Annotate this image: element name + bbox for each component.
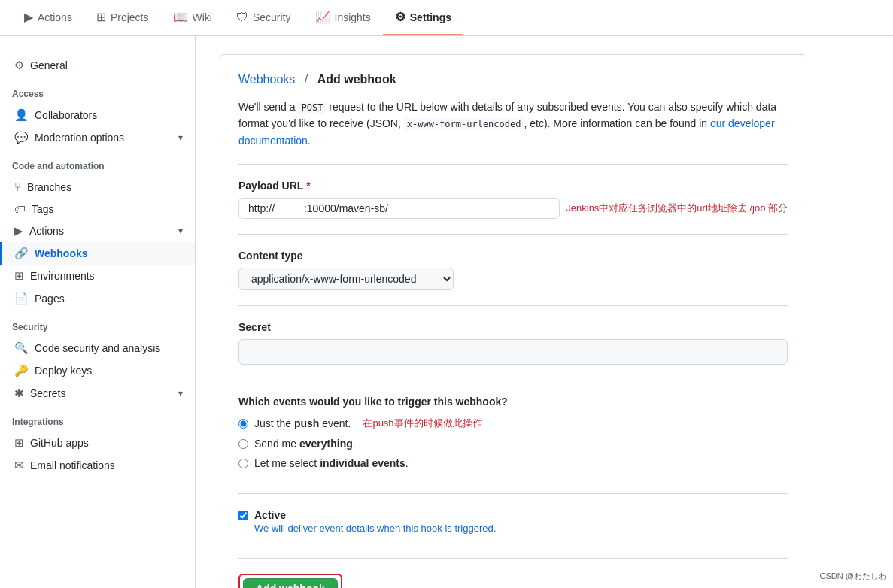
active-sublabel: We will deliver event details when this …: [254, 523, 496, 534]
insights-icon: 📈: [315, 10, 330, 24]
nav-tab-wiki[interactable]: 📖 Wiki: [161, 0, 224, 35]
wiki-icon: 📖: [173, 10, 188, 24]
add-webhook-button[interactable]: Add webhook: [243, 578, 338, 588]
sidebar-item-moderation[interactable]: 💬 Moderation options ▾: [0, 126, 195, 149]
sidebar-item-actions[interactable]: ▶ Actions ▾: [0, 220, 195, 242]
sidebar-section-access: Access: [0, 77, 195, 104]
nav-tabs: ▶ Actions ⊞ Projects 📖 Wiki 🛡 Security 📈…: [12, 0, 463, 35]
payload-url-group: Payload URL * Jenkins中对应任务浏览器中的url地址除去 /…: [238, 180, 788, 235]
radio-everything-input[interactable]: [238, 439, 248, 449]
webhook-icon: 🔗: [14, 247, 29, 260]
sidebar-section-security: Security: [0, 310, 195, 337]
actions-sidebar-label: Actions: [29, 225, 64, 237]
sidebar-item-deploy-keys[interactable]: 🔑 Deploy keys: [0, 359, 195, 382]
secret-input[interactable]: [238, 339, 788, 365]
top-nav: ▶ Actions ⊞ Projects 📖 Wiki 🛡 Security 📈…: [0, 0, 893, 36]
gear-icon: ⚙: [14, 59, 24, 72]
tags-label: Tags: [32, 203, 54, 215]
branches-label: Branches: [27, 181, 71, 193]
intro-text: We'll send a POST request to the URL bel…: [238, 99, 788, 165]
pages-icon: 📄: [14, 292, 29, 305]
email-icon: ✉: [14, 459, 24, 472]
deploy-keys-label: Deploy keys: [35, 365, 92, 377]
chevron-down-icon: ▾: [178, 132, 183, 143]
secret-label: Secret: [238, 321, 788, 333]
secret-group: Secret: [238, 321, 788, 380]
sidebar-item-environments[interactable]: ⊞ Environments: [0, 265, 195, 287]
payload-url-note: Jenkins中对应任务浏览器中的url地址除去 /job 部分: [566, 202, 788, 215]
security-icon: 🛡: [236, 11, 248, 24]
sidebar-item-branches[interactable]: ⑂ Branches: [0, 176, 195, 198]
settings-icon: ⚙: [395, 10, 405, 24]
apps-icon: ⊞: [14, 436, 24, 450]
sidebar-item-secrets[interactable]: ✱ Secrets ▾: [0, 382, 195, 405]
nav-tab-insights[interactable]: 📈 Insights: [303, 0, 383, 35]
radio-push[interactable]: Just the push event. 在push事件的时候做此操作: [238, 417, 788, 430]
sidebar-item-tags[interactable]: 🏷 Tags: [0, 198, 195, 220]
breadcrumb-separator: /: [305, 73, 308, 86]
main-content: Webhooks / Add webhook We'll send a POST…: [196, 36, 893, 588]
content-type-group: Content type application/json applicatio…: [238, 250, 788, 306]
payload-url-input[interactable]: [238, 198, 560, 219]
code-security-icon: 🔍: [14, 341, 29, 355]
collaborators-label: Collaborators: [35, 109, 97, 121]
sidebar-item-collaborators[interactable]: 👤 Collaborators: [0, 104, 195, 126]
content-type-label: Content type: [238, 250, 788, 262]
person-icon: 👤: [14, 108, 29, 122]
nav-tab-projects[interactable]: ⊞ Projects: [84, 0, 161, 35]
projects-icon: ⊞: [96, 10, 106, 24]
submit-border: Add webhook: [238, 574, 342, 588]
radio-everything-label: Send me everything.: [254, 438, 356, 450]
breadcrumb-current: Add webhook: [317, 73, 396, 86]
nav-tab-settings[interactable]: ⚙ Settings: [383, 0, 463, 35]
sidebar-section-integrations: Integrations: [0, 405, 195, 432]
chevron-down-icon-actions: ▾: [178, 226, 183, 236]
moderation-label: Moderation options: [35, 132, 124, 144]
secrets-label: Secrets: [30, 387, 65, 399]
breadcrumb-parent-link[interactable]: Webhooks: [238, 73, 295, 86]
active-group: Active We will deliver event details whe…: [238, 509, 788, 559]
radio-individual[interactable]: Let me select individual events.: [238, 457, 788, 469]
environments-label: Environments: [30, 270, 95, 282]
sidebar-item-general[interactable]: ⚙ General: [0, 54, 195, 77]
branch-icon: ⑂: [14, 180, 21, 193]
sidebar: ⚙ General Access 👤 Collaborators 💬 Moder…: [0, 36, 196, 588]
required-star: *: [306, 180, 310, 192]
nav-tab-security[interactable]: 🛡 Security: [224, 0, 303, 35]
radio-everything[interactable]: Send me everything.: [238, 438, 788, 450]
sidebar-item-pages[interactable]: 📄 Pages: [0, 287, 195, 310]
radio-push-input[interactable]: [238, 419, 248, 429]
events-label: Which events would you like to trigger t…: [238, 396, 788, 408]
sidebar-section-code-automation: Code and automation: [0, 149, 195, 176]
secrets-icon: ✱: [14, 386, 24, 400]
moderation-icon: 💬: [14, 131, 29, 144]
post-code: POST: [298, 102, 326, 114]
events-radio-group: Just the push event. 在push事件的时候做此操作 Send…: [238, 417, 788, 469]
sidebar-item-code-security[interactable]: 🔍 Code security and analysis: [0, 337, 195, 359]
pages-label: Pages: [35, 292, 65, 305]
key-icon: 🔑: [14, 364, 29, 377]
urlencoded-code: x-www-form-urlencoded: [404, 118, 524, 130]
active-label: Active: [254, 509, 496, 521]
submit-area: Add webhook: [238, 574, 788, 588]
layout: ⚙ General Access 👤 Collaborators 💬 Moder…: [0, 36, 893, 588]
tag-icon: 🏷: [14, 202, 26, 215]
radio-individual-input[interactable]: [238, 459, 248, 468]
active-checkbox[interactable]: [238, 511, 248, 520]
sidebar-item-webhooks[interactable]: 🔗 Webhooks: [0, 242, 195, 265]
watermark: CSDN @わたしわ: [820, 571, 887, 582]
code-security-label: Code security and analysis: [35, 342, 160, 354]
payload-url-label: Payload URL *: [238, 180, 788, 192]
events-group: Which events would you like to trigger t…: [238, 396, 788, 494]
push-note: 在push事件的时候做此操作: [363, 417, 481, 430]
nav-tab-actions[interactable]: ▶ Actions: [12, 0, 84, 35]
radio-push-label: Just the push event.: [254, 417, 351, 429]
content-type-select[interactable]: application/json application/x-www-form-…: [238, 268, 454, 290]
play-icon: ▶: [14, 224, 23, 238]
webhooks-label: Webhooks: [35, 247, 88, 259]
email-notifications-label: Email notifications: [30, 459, 115, 471]
github-apps-label: GitHub apps: [30, 437, 89, 449]
sidebar-item-email-notifications[interactable]: ✉ Email notifications: [0, 454, 195, 477]
actions-icon: ▶: [24, 10, 33, 24]
sidebar-item-github-apps[interactable]: ⊞ GitHub apps: [0, 432, 195, 454]
